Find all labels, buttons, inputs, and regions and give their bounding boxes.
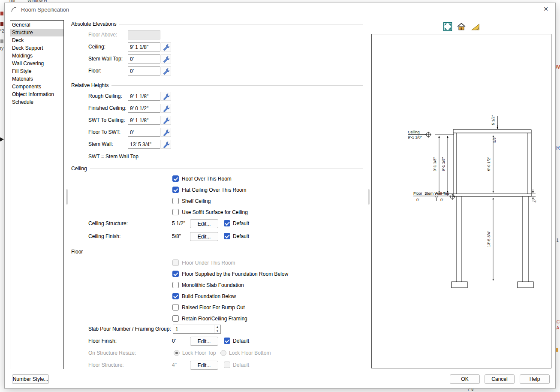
- spin-down-icon[interactable]: ▼: [214, 329, 220, 334]
- build-foundation-checkbox[interactable]: [172, 293, 179, 299]
- floor-finish-edit-button[interactable]: Edit...: [190, 337, 218, 346]
- swt-to-ceiling-input[interactable]: [128, 116, 160, 125]
- section-rule: [90, 169, 363, 169]
- floor-elevation-input[interactable]: [128, 66, 160, 75]
- wrench-icon: [163, 105, 169, 112]
- ceiling-callout-value: 9'-1 1/8": [408, 135, 422, 139]
- ok-button[interactable]: OK: [450, 374, 480, 384]
- panel-item-general[interactable]: General: [10, 21, 63, 29]
- floor-to-swt-row: Floor To SWT:: [71, 128, 371, 137]
- floor-finish-default-checkbox[interactable]: [224, 338, 230, 344]
- retain-framing-checkbox[interactable]: [172, 315, 179, 322]
- ceiling-structure-value: 5 1/2": [172, 220, 185, 226]
- background-icon: [369, 391, 560, 391]
- floor-wrench-button[interactable]: [161, 66, 171, 75]
- stem-wall-top-wrench-button[interactable]: [161, 54, 171, 63]
- cancel-button[interactable]: Cancel: [485, 374, 515, 384]
- stem-wall-wrench-button[interactable]: [161, 140, 171, 149]
- house-view-button[interactable]: [457, 22, 466, 31]
- slab-pour-input[interactable]: 1 ▲ ▼: [173, 325, 221, 334]
- monolithic-slab-checkbox[interactable]: [172, 282, 179, 288]
- panel-item-schedule[interactable]: Schedule: [10, 98, 63, 106]
- ceiling-structure-default-checkbox[interactable]: [224, 220, 230, 226]
- floor-under-checkbox: [172, 259, 179, 266]
- wrench-icon: [163, 56, 169, 63]
- panel-item-object-information[interactable]: Object Information: [10, 90, 63, 98]
- angle-tool-icon: [471, 22, 480, 31]
- raised-floor-checkbox[interactable]: [172, 304, 179, 311]
- shelf-ceiling-row: Shelf Ceiling: [71, 197, 371, 206]
- fill-window-button[interactable]: [443, 22, 452, 31]
- panel-item-moldings[interactable]: Moldings: [10, 52, 63, 60]
- stem-wall-top-input[interactable]: [128, 54, 160, 63]
- stem-wall-row: Stem Wall:: [71, 140, 371, 149]
- panel-item-deck[interactable]: Deck: [10, 36, 63, 44]
- panel-item-components[interactable]: Components: [10, 83, 63, 90]
- dialog-titlebar[interactable]: Room Specification ✕: [5, 3, 555, 16]
- ceiling-finish-default-label: Default: [233, 233, 249, 239]
- roof-over-row: Roof Over This Room: [71, 175, 371, 184]
- finished-ceiling-wrench-button[interactable]: [161, 104, 171, 113]
- room-section-drawing: Ceiling 9'-1 1/8" Floor Stem Wall Top 0'…: [372, 34, 551, 368]
- panel-item-deck-support[interactable]: Deck Support: [10, 44, 63, 52]
- floor-supplied-label: Floor Supplied by the Foundation Room Be…: [182, 271, 288, 277]
- slab-pour-spinner: ▲ ▼: [214, 325, 220, 333]
- angle-tool-button[interactable]: [471, 22, 480, 31]
- room-specification-dialog: Room Specification ✕ General Structure D…: [4, 3, 556, 389]
- finished-ceiling-input[interactable]: [128, 104, 160, 113]
- monolithic-slab-row: Monolithic Slab Foundation: [71, 281, 371, 290]
- preview-panel[interactable]: Ceiling 9'-1 1/8" Floor Stem Wall Top 0'…: [371, 34, 551, 368]
- section-title: Ceiling: [71, 166, 87, 172]
- floor-to-swt-input[interactable]: [128, 128, 160, 137]
- floor-supplied-checkbox[interactable]: [172, 271, 179, 277]
- panel-item-wall-covering[interactable]: Wall Covering: [10, 60, 63, 67]
- rough-ceiling-input[interactable]: [128, 92, 160, 101]
- section-title: Floor: [71, 249, 83, 255]
- ceiling-wrench-button[interactable]: [161, 42, 171, 51]
- swt-to-ceiling-wrench-button[interactable]: [161, 116, 171, 125]
- floor-callout-label: Floor: [413, 191, 422, 196]
- section-title: Relative Heights: [71, 82, 108, 88]
- rough-ceiling-row: Rough Ceiling:: [71, 92, 371, 101]
- slab-pour-row: Slab Pour Number / Framing Group: 1 ▲ ▼: [71, 325, 371, 334]
- ceiling-finish-default-checkbox[interactable]: [224, 233, 230, 239]
- ceiling-structure-edit-button[interactable]: Edit...: [190, 219, 218, 228]
- stem-wall-top-label: Stem Wall Top:: [88, 56, 123, 62]
- ceiling-input[interactable]: [128, 42, 160, 51]
- help-button[interactable]: Help: [520, 374, 550, 384]
- floor-above-row: Floor Above:: [71, 30, 371, 39]
- background-icon: [558, 169, 558, 234]
- wrench-icon: [163, 117, 169, 124]
- ceiling-finish-label: Ceiling Finish:: [88, 233, 120, 239]
- wrench-icon: [163, 68, 169, 75]
- floor-structure-value: 4": [172, 362, 177, 368]
- close-icon[interactable]: ✕: [543, 6, 548, 12]
- spin-up-icon[interactable]: ▲: [214, 325, 220, 329]
- stem-wall-top-row: Stem Wall Top:: [71, 54, 371, 63]
- panel-item-structure[interactable]: Structure: [10, 29, 63, 36]
- ceiling-row: Ceiling:: [71, 42, 371, 51]
- floor-to-swt-wrench-button[interactable]: [161, 128, 171, 137]
- panel-item-fill-style[interactable]: Fill Style: [10, 67, 63, 75]
- soffit-surface-checkbox[interactable]: [172, 209, 179, 215]
- wrench-icon: [163, 93, 169, 100]
- swt-note-row: SWT = Stem Wall Top: [71, 152, 371, 161]
- ceiling-finish-edit-button[interactable]: Edit...: [190, 232, 218, 241]
- flat-ceiling-checkbox[interactable]: [172, 187, 179, 193]
- slab-pour-value: 1: [175, 326, 178, 332]
- section-absolute-elevations: Absolute Elevations: [71, 21, 363, 27]
- floor-structure-label: Floor Structure:: [88, 362, 124, 368]
- swt-to-ceiling-row: SWT To Ceiling:: [71, 116, 371, 125]
- panel-item-materials[interactable]: Materials: [10, 75, 63, 83]
- left-splitter-handle[interactable]: [66, 189, 68, 205]
- roof-over-checkbox[interactable]: [172, 175, 179, 182]
- floor-structure-edit-button[interactable]: Edit...: [190, 361, 218, 370]
- shelf-ceiling-checkbox[interactable]: [172, 198, 179, 204]
- rough-ceiling-wrench-button[interactable]: [161, 92, 171, 101]
- stem-wall-input[interactable]: [128, 140, 160, 149]
- floor-finish-label: Floor Finish:: [88, 338, 117, 344]
- number-style-button[interactable]: Number Style...: [12, 374, 49, 384]
- soffit-surface-row: Use Soffit Surface for Ceiling: [71, 208, 371, 217]
- room-tool-icon: [11, 6, 18, 13]
- on-structure-resize-row: On Structure Resize: Lock Floor Top Lock…: [71, 349, 371, 358]
